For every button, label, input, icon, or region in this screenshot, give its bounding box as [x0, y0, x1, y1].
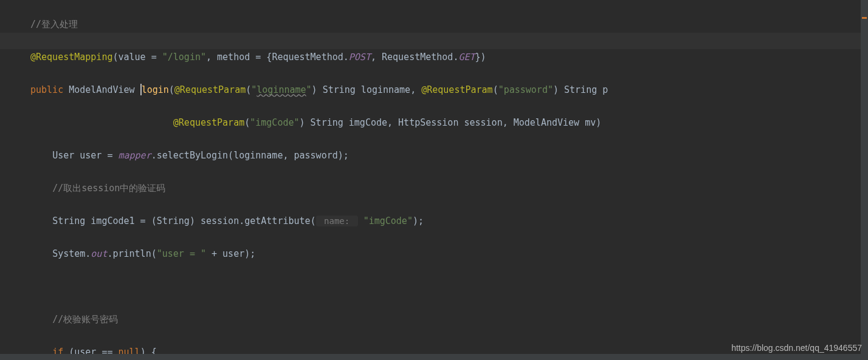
comment: //登入处理: [30, 19, 78, 30]
annotation: @RequestMapping: [30, 52, 112, 63]
code-line[interactable]: User user = mapper.selectByLogin(loginna…: [30, 148, 868, 164]
code-line[interactable]: //登入处理: [30, 16, 868, 33]
code-line[interactable]: String imgCode1 = (String) session.getAt…: [30, 213, 868, 229]
code-line[interactable]: //校验账号密码: [30, 311, 868, 328]
code-editor[interactable]: //登入处理 @RequestMapping(value = "/login",…: [0, 0, 868, 360]
code-line[interactable]: @RequestParam("imgCode") String imgCode,…: [30, 115, 868, 131]
code-line[interactable]: //取出session中的验证码: [30, 180, 868, 197]
watermark-text: https://blog.csdn.net/qq_41946557: [731, 340, 862, 356]
code-line[interactable]: [30, 279, 868, 295]
code-line[interactable]: @RequestMapping(value = "/login", method…: [30, 49, 868, 66]
code-line[interactable]: public ModelAndView login(@RequestParam(…: [30, 82, 868, 98]
overview-stripe[interactable]: [861, 0, 868, 360]
code-line[interactable]: System.out.println("user = " + user);: [30, 246, 868, 262]
param-hint: name:: [316, 216, 358, 226]
